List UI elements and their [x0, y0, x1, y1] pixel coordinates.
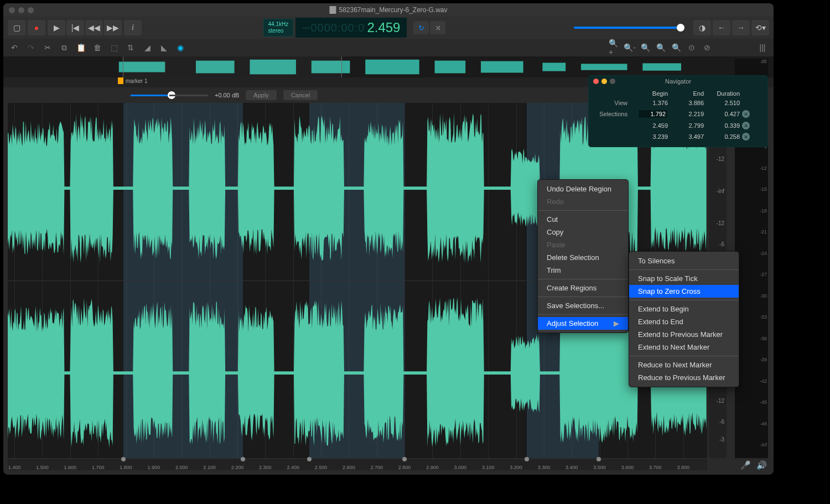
selection-handle[interactable] — [121, 457, 126, 461]
loop-toggle[interactable]: ↻ — [413, 21, 429, 34]
zoom-in-icon[interactable]: 🔍+ — [609, 42, 620, 53]
nav-sel-duration[interactable]: 0.427 — [704, 111, 740, 117]
snap-icon[interactable]: ⊙ — [686, 42, 697, 53]
ctx-delete-selection[interactable]: Delete Selection — [538, 251, 628, 264]
nav-close[interactable] — [593, 79, 599, 84]
cut-button[interactable]: ✂ — [42, 42, 53, 53]
db-tick: -12 — [717, 156, 724, 162]
ctx-adjust-selection[interactable]: Adjust Selection▶ — [538, 317, 628, 330]
delete-button[interactable]: 🗑 — [92, 42, 103, 53]
snap-zero-icon[interactable]: ⊘ — [702, 42, 713, 53]
ruler-tick: 3.100 — [482, 465, 495, 470]
meter-toggle[interactable]: ||| — [757, 42, 768, 53]
remove-selection-icon[interactable]: ✕ — [742, 133, 750, 141]
nav-view-duration[interactable]: 2.510 — [704, 100, 740, 106]
forward-button[interactable]: ▶▶ — [104, 20, 122, 35]
meter-tick: -24 — [760, 251, 767, 256]
zoom-fit-icon[interactable]: 🔍 — [655, 42, 666, 53]
ctx-cut[interactable]: Cut — [538, 213, 628, 226]
navigator-toggle[interactable]: ◑ — [693, 20, 711, 35]
ctx-paste[interactable]: Paste — [538, 238, 628, 251]
nav-sel-end[interactable]: 2.799 — [668, 122, 704, 129]
sub-extend-end[interactable]: Extend to End — [629, 315, 739, 328]
nav-sel-begin[interactable]: 2.459 — [632, 122, 668, 129]
close-window[interactable] — [9, 7, 15, 13]
selection-handle[interactable] — [402, 457, 407, 461]
ctx-save-selections[interactable]: Save Selections... — [538, 299, 628, 312]
maximize-window[interactable] — [28, 7, 34, 13]
effects-button[interactable]: ◉ — [175, 42, 186, 53]
info-button[interactable]: i — [124, 20, 142, 35]
zoom-v-icon[interactable]: 🔍 — [671, 42, 682, 53]
nav-sel-duration[interactable]: 0.339 — [704, 122, 740, 129]
nav-zoom[interactable] — [610, 79, 615, 84]
volume-slider[interactable] — [574, 27, 684, 29]
remove-selection-icon[interactable]: ✕ — [742, 122, 750, 129]
nav-view-end[interactable]: 3.886 — [668, 100, 704, 106]
db-tick: -6 — [719, 419, 724, 425]
nav-back-button[interactable]: ← — [713, 20, 730, 35]
level-tool[interactable]: ⇅ — [125, 42, 136, 53]
sub-reduce-prev[interactable]: Reduce to Previous Marker — [629, 371, 739, 384]
document-icon — [329, 6, 336, 14]
ctx-undo[interactable]: Undo Delete Region — [538, 183, 628, 195]
zoom-sel-icon[interactable]: 🔍 — [640, 42, 651, 53]
nav-sel-end[interactable]: 2.219 — [668, 111, 704, 117]
history-button[interactable]: ⟲▾ — [751, 20, 769, 35]
selection-handle[interactable] — [307, 457, 312, 461]
nav-sel-duration[interactable]: 0.258 — [704, 133, 740, 140]
record-button[interactable]: ● — [28, 20, 45, 35]
apply-button[interactable]: Apply — [246, 90, 277, 100]
nav-minimize[interactable] — [601, 79, 607, 84]
paste-button[interactable]: 📋 — [75, 42, 86, 53]
sub-reduce-next[interactable]: Reduce to Next Marker — [629, 358, 739, 371]
nav-sel-end[interactable]: 3.497 — [668, 133, 704, 140]
undo-button[interactable]: ↶ — [9, 42, 20, 53]
speaker-icon[interactable]: 🔊 — [756, 460, 767, 470]
mic-icon[interactable]: 🎤 — [740, 460, 751, 470]
zoom-out-icon[interactable]: 🔍- — [624, 42, 635, 53]
sub-snap-zero[interactable]: Snap to Zero Cross — [629, 285, 739, 298]
time-ruler[interactable]: 1.4001.5001.6001.7001.8001.9002.0002.100… — [8, 459, 707, 470]
ruler-tick: 3.200 — [510, 465, 522, 470]
app-window: 582367main_Mercury-6_Zero-G.wav ▢ ● ▶ |◀… — [3, 3, 774, 475]
cancel-button[interactable]: Cancel — [283, 90, 318, 100]
sub-extend-next[interactable]: Extend to Next Marker — [629, 341, 739, 354]
ctx-trim[interactable]: Trim — [538, 264, 628, 277]
fade-out-tool[interactable]: ◣ — [158, 42, 169, 53]
sub-extend-prev[interactable]: Extend to Previous Marker — [629, 328, 739, 341]
nav-forward-button[interactable]: → — [732, 20, 750, 35]
ctx-copy[interactable]: Copy — [538, 226, 628, 238]
ctx-redo[interactable]: Redo — [538, 195, 628, 208]
rewind-button[interactable]: ◀◀ — [85, 20, 103, 35]
rewind-start-button[interactable]: |◀ — [66, 20, 84, 35]
ruler-tick: 1.500 — [36, 465, 49, 470]
channels-label: stereo — [268, 28, 289, 34]
selection-handle[interactable] — [241, 457, 245, 461]
sidebar-toggle[interactable]: ▢ — [8, 20, 25, 35]
remove-selection-icon[interactable]: ✕ — [742, 110, 750, 118]
fade-in-tool[interactable]: ◢ — [142, 42, 153, 53]
sub-to-silences[interactable]: To Silences — [629, 254, 739, 267]
redo-button[interactable]: ↷ — [25, 42, 37, 53]
gain-slider[interactable] — [131, 95, 208, 96]
document-title: 582367main_Mercury-6_Zero-G.wav — [329, 6, 447, 14]
selection-handle[interactable] — [525, 457, 529, 461]
time-display[interactable]: ─0000:00:02.459 — [295, 18, 407, 38]
nav-sel-begin[interactable]: 3.239 — [632, 133, 668, 140]
sub-snap-scale[interactable]: Snap to Scale Tick — [629, 272, 739, 285]
marker-1[interactable]: marker 1 — [118, 77, 147, 84]
selection-handle[interactable] — [596, 457, 601, 461]
crop-button[interactable]: ⬚ — [108, 42, 120, 53]
copy-button[interactable]: ⧉ — [59, 42, 70, 53]
overview-viewport[interactable] — [123, 56, 343, 77]
minimize-window[interactable] — [18, 7, 24, 13]
ctx-create-regions[interactable]: Create Regions — [538, 282, 628, 294]
shuffle-toggle[interactable]: ⤨ — [430, 21, 445, 34]
sub-extend-begin[interactable]: Extend to Begin — [629, 303, 739, 315]
overview-strip[interactable] — [3, 56, 774, 77]
meter-tick: -45 — [760, 399, 767, 405]
nav-view-begin[interactable]: 1.376 — [632, 100, 668, 106]
play-button[interactable]: ▶ — [48, 20, 65, 35]
nav-sel-begin-input[interactable] — [638, 110, 668, 118]
